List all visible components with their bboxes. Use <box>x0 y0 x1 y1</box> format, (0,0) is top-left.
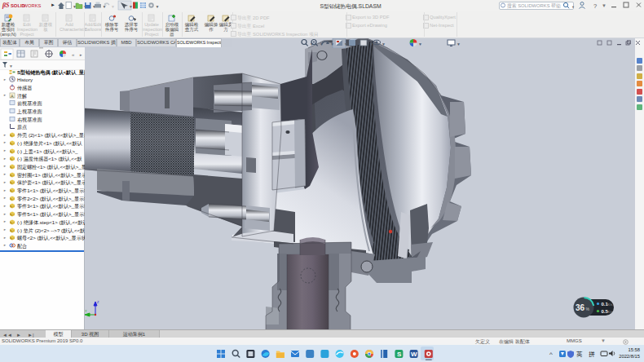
svg-text:▼: ▼ <box>344 42 348 46</box>
svg-text:^: ^ <box>549 351 553 358</box>
svg-text:▼: ▼ <box>129 4 133 9</box>
svg-text:▼: ▼ <box>571 5 575 9</box>
svg-text:▼: ▼ <box>382 42 386 46</box>
svg-text:►: ► <box>79 53 82 57</box>
svg-text:▼: ▼ <box>457 42 461 46</box>
svg-text:A: A <box>11 93 14 98</box>
svg-text:%: % <box>586 307 590 311</box>
svg-text:拼: 拼 <box>589 351 595 358</box>
svg-text:Y: Y <box>85 309 87 313</box>
svg-text:Z: Z <box>97 300 99 304</box>
svg-text:W: W <box>411 351 417 358</box>
svg-text:▼: ▼ <box>602 3 607 8</box>
svg-text:▼: ▼ <box>418 42 422 46</box>
svg-text:英: 英 <box>576 351 583 358</box>
svg-text:▼: ▼ <box>156 4 160 9</box>
svg-text:▼: ▼ <box>111 4 115 9</box>
svg-text:?: ? <box>593 2 597 10</box>
svg-text:36: 36 <box>576 303 585 312</box>
svg-text:S: S <box>397 351 402 358</box>
svg-text:▼: ▼ <box>330 42 334 46</box>
svg-text:K/s: K/s <box>608 310 613 314</box>
svg-text:K/s: K/s <box>608 302 613 307</box>
